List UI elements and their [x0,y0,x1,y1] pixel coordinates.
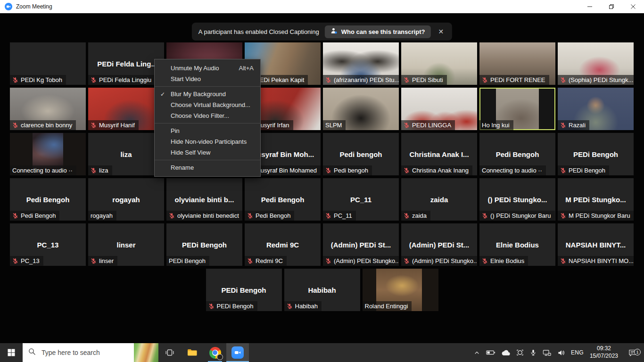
participant-tile-linser[interactable]: linserlinser [88,223,164,266]
participant-tile-christina-anak-inang[interactable]: Christina Anak I...Christina Anak Inang [401,133,477,175]
menu-divider [155,160,260,160]
search-daily-image[interactable] [134,343,158,362]
participant-tile-pedi-bengoh[interactable]: PEDi BengohPEDi Bengoh [558,133,634,175]
menu-item-label: Blur My Background [171,90,226,98]
zoom-taskbar-button[interactable] [226,343,249,362]
banner-close-icon[interactable]: ✕ [436,27,446,36]
checkmark-icon: ✓ [160,91,165,98]
mic-muted-icon [91,77,97,83]
taskbar-search[interactable] [23,343,158,362]
start-button[interactable] [0,343,23,362]
mic-muted-icon [247,258,253,264]
menu-item-shortcut: Alt+A [239,65,254,72]
participant-tile-afrizanarini-pedi-stu[interactable]: (afrizanarini) PEDi Stu... [323,42,399,85]
file-explorer-button[interactable] [181,343,204,362]
participant-tile-pc-11[interactable]: PC_11PC_11 [323,178,399,221]
participant-tile-ho-ing-kui[interactable]: Ho Ing kui [479,88,555,130]
participant-tile-habibah[interactable]: HabibahHabibah [284,269,360,311]
participant-tile-liza[interactable]: lizaliza [88,133,164,175]
mic-muted-icon [247,213,253,219]
participant-label: (Sophia) PEDi Stungk... [558,75,634,85]
task-view-button[interactable] [158,343,181,362]
action-center-button[interactable]: 1 [624,349,640,356]
participant-label: PEDi Bengoh [558,165,609,175]
participant-tile-pedi-lingga[interactable]: PEDI LINGGA [401,88,477,130]
participant-tile-musyrif-hanif[interactable]: Musyrif Hanif [88,88,164,130]
participant-tile-pedi-bengoh[interactable]: PEDi BengohPEDi Bengoh [166,223,242,266]
menu-item-hide-self-view[interactable]: Hide Self View [155,147,260,158]
participant-label: PEDi Kg Toboh [10,75,66,85]
menu-item-blur-my-background[interactable]: ✓Blur My Background [155,89,260,99]
mic-muted-icon [404,167,410,173]
participant-tile-zaida[interactable]: zaidazaida [401,178,477,221]
menu-item-pin[interactable]: Pin [155,125,260,136]
participant-label: clarence bin bonny [10,120,76,130]
participant-label: Musyrif Hanif [88,120,139,130]
participant-label-text: Pedi bengoh [334,167,368,174]
participant-label-text: (afrizanarini) PEDi Stu... [334,76,399,83]
participant-tile-pedi-bengoh[interactable]: Pedi BengohPedi Bengoh [245,178,321,221]
participant-tile-pc-13[interactable]: PC_13PC_13 [10,223,86,266]
participant-tile-m-pedi-stungkor-baru[interactable]: M PEDi Stungko...M PEDi Stungkor Baru [558,178,634,221]
menu-item-start-video[interactable]: Start Video [155,74,260,84]
onedrive-icon[interactable] [502,350,510,356]
close-button[interactable] [622,0,644,13]
participant-tile-sophia-pedi-stungk[interactable]: (Sophia) PEDi Stungk... [558,42,634,85]
participant-tile-rogayah[interactable]: rogayahrogayah [88,178,164,221]
participant-tile-admin-pedi-stungko[interactable]: (Admin) PEDi St...(Admin) PEDi Stungko..… [323,223,399,266]
grid-row: PEDi BengohPEDi BengohHabibahHabibahRola… [10,269,634,311]
closed-caption-banner: A participant has enabled Closed Caption… [192,23,452,41]
participant-tile-razali[interactable]: Razali [558,88,634,130]
participant-tile-pedi-bengoh[interactable]: Pedi bengohPedi bengoh [323,133,399,175]
participant-label: Pedi Bengoh [245,211,294,221]
menu-item-unmute-my-audio[interactable]: Unmute My AudioAlt+A [155,63,260,74]
participant-tile-roland-entinggi[interactable]: Roland Entinggi [363,269,438,311]
menu-item-hide-non-video-participants[interactable]: Hide Non-video Participants [155,136,260,147]
person-badge-icon [330,27,338,36]
microphone-icon[interactable] [530,349,537,356]
participant-tile-pedi-stungkor-baru[interactable]: () PEDi Stungko...() PEDi Stungkor Baru [479,178,555,221]
participant-tile-slpm[interactable]: SLPM [323,88,399,130]
participant-label-text: Razali [569,122,586,129]
tray-clock[interactable]: 09:32 15/07/2023 [590,345,618,360]
participant-label: linser [88,256,117,266]
participant-tile-pedi-sibuti[interactable]: PEDi Sibuti [401,42,477,85]
participant-tile-elnie-bodius[interactable]: Elnie BodiusElnie Bodius [479,223,555,266]
capture-icon[interactable] [516,349,524,356]
participant-label-text: PEDi Sibuti [412,76,443,83]
participant-label: rogayah [88,211,116,221]
participant-label: Christina Anak Inang [401,165,472,175]
network-icon[interactable] [543,349,551,356]
participant-tile-olyvianie-binti-benedict[interactable]: olyvianie binti b...olyvianie binti bene… [166,178,242,221]
participant-label: Habibah [284,301,322,311]
menu-item-choose-virtual-background[interactable]: Choose Virtual Background... [155,99,260,110]
participant-tile-pedi-felda-linggiu[interactable]: PEDi Felda Ling..PEDi Felda Linggiu [88,42,164,85]
transcript-visibility-button[interactable]: Who can see this transcript? [325,25,431,38]
minimize-button[interactable] [579,0,601,13]
participant-label-text: PC_13 [21,257,40,264]
menu-item-rename[interactable]: Rename [155,162,260,173]
participant-tile-pedi-kg-toboh[interactable]: PEDi Kg Toboh [10,42,86,85]
battery-icon[interactable] [486,349,495,356]
language-indicator[interactable]: ENG [571,349,584,356]
menu-item-choose-video-filter[interactable]: Choose Video Filter... [155,110,260,121]
tray-chevron-icon[interactable] [474,350,480,356]
search-input[interactable] [41,348,120,357]
participant-tile-redmi-9c[interactable]: Redmi 9CRedmi 9C [245,223,321,266]
speaker-icon[interactable] [557,349,565,356]
participant-label-text: zaida [412,212,427,219]
zoom-taskbar-icon [231,346,244,359]
mic-muted-icon [169,213,175,219]
participant-tile-connecting-to-audio[interactable]: Connecting to audio ·· [10,133,86,175]
participant-tile-connecting-to-audio[interactable]: Pedi BengohConnecting to audio ·· [479,133,555,175]
participant-tile-admin-pedi-stungko[interactable]: (Admin) PEDi St...(Admin) PEDi Stungko..… [401,223,477,266]
participant-tile-pedi-bengoh[interactable]: PEDi BengohPEDi Bengoh [206,269,282,311]
participant-tile-pedi-bengoh[interactable]: Pedi BengohPedi Bengoh [10,178,86,221]
participant-tile-clarence-bin-bonny[interactable]: clarence bin bonny [10,88,86,130]
participant-tile-napsiah-binyti-mo[interactable]: NAPSIAH BINYT...NAPSIAH BINYTI MO... [558,223,634,266]
participant-label: Roland Entinggi [363,301,412,311]
window-titlebar: Zoom Meeting [0,0,644,13]
chrome-button[interactable] [204,343,226,362]
restore-button[interactable] [601,0,622,13]
participant-tile-pedi-fort-renee[interactable]: PEDi FORT RENEE [479,42,555,85]
